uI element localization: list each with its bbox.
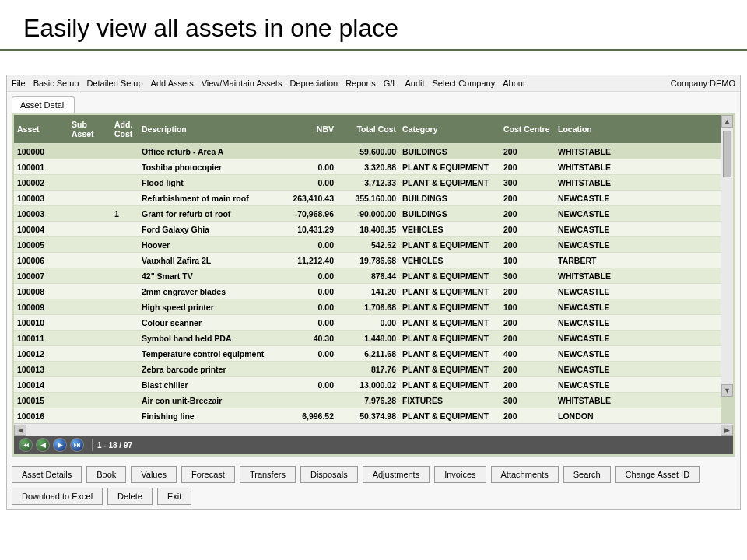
menu-file[interactable]: File xyxy=(12,79,26,88)
cell-cc: 200 xyxy=(500,315,555,331)
cell-sub xyxy=(68,331,111,346)
table-row[interactable]: 100003Refurbishment of main roof263,410.… xyxy=(14,191,721,206)
table-row[interactable]: 100005Hoover0.00542.52PLANT & EQUIPMENT2… xyxy=(14,237,721,253)
menu-g-l[interactable]: G/L xyxy=(384,79,398,88)
cell-sub xyxy=(68,346,111,362)
menu-add-assets[interactable]: Add Assets xyxy=(151,79,194,88)
cell-asset: 100012 xyxy=(14,346,68,362)
col-location[interactable]: Location xyxy=(555,115,721,144)
cell-nbv: -70,968.96 xyxy=(279,206,337,222)
col-cost-centre[interactable]: Cost Centre xyxy=(500,115,555,144)
vertical-scrollbar[interactable]: ▲ ▼ xyxy=(721,115,733,397)
menu-audit[interactable]: Audit xyxy=(405,79,424,88)
attachments-button[interactable]: Attachments xyxy=(491,466,559,483)
slide-title: Easily view all assets in one place xyxy=(0,0,747,51)
scroll-up-icon[interactable]: ▲ xyxy=(721,115,733,128)
menu-depreciation[interactable]: Depreciation xyxy=(289,79,338,88)
col-add-cost[interactable]: Add. Cost xyxy=(111,115,139,144)
cell-total: 18,408.35 xyxy=(337,222,399,237)
cell-add xyxy=(111,315,139,331)
cell-loc: NEWCASTLE xyxy=(555,299,721,315)
pager-last-button[interactable]: ⏭ xyxy=(70,438,84,452)
cell-cat: PLANT & EQUIPMENT xyxy=(399,377,500,393)
col-sub-asset[interactable]: Sub Asset xyxy=(68,115,111,144)
cell-add xyxy=(111,393,139,408)
scroll-down-icon[interactable]: ▼ xyxy=(721,384,733,397)
cell-sub xyxy=(68,377,111,393)
table-row[interactable]: 100009High speed printer0.001,706.68PLAN… xyxy=(14,299,721,315)
menu-detailed-setup[interactable]: Detailed Setup xyxy=(86,79,142,88)
cell-asset: 100010 xyxy=(14,315,68,331)
cell-add xyxy=(111,222,139,237)
asset-details-button[interactable]: Asset Details xyxy=(12,466,82,483)
horizontal-scrollbar[interactable]: ◀ ▶ xyxy=(14,423,733,436)
cell-sub xyxy=(68,175,111,191)
cell-add xyxy=(111,362,139,377)
table-row[interactable]: 100001Toshiba photocopier0.003,320.88PLA… xyxy=(14,159,721,175)
exit-button[interactable]: Exit xyxy=(157,488,191,505)
cell-asset: 100005 xyxy=(14,237,68,253)
disposals-button[interactable]: Disposals xyxy=(300,466,358,483)
table-row[interactable]: 100004Ford Galaxy Ghia10,431.2918,408.35… xyxy=(14,222,721,237)
cell-loc: WHITSTABLE xyxy=(555,268,721,284)
table-row[interactable]: 100015Air con unit-Breezair7,976.28FIXTU… xyxy=(14,393,721,408)
cell-desc: Symbol hand held PDA xyxy=(139,331,279,346)
cell-cc: 300 xyxy=(500,393,555,408)
menu-about[interactable]: About xyxy=(503,79,525,88)
download-to-excel-button[interactable]: Download to Excel xyxy=(12,488,103,505)
menu-select-company[interactable]: Select Company xyxy=(433,79,496,88)
cell-add xyxy=(111,346,139,362)
col-nbv[interactable]: NBV xyxy=(279,115,337,144)
adjustments-button[interactable]: Adjustments xyxy=(363,466,430,483)
asset-grid: AssetSub AssetAdd. CostDescriptionNBVTot… xyxy=(12,113,735,457)
values-button[interactable]: Values xyxy=(131,466,177,483)
cell-asset: 100007 xyxy=(14,268,68,284)
scroll-left-icon[interactable]: ◀ xyxy=(14,425,26,436)
pager-prev-button[interactable]: ◀ xyxy=(36,438,50,452)
pager-first-button[interactable]: ⏮ xyxy=(19,438,33,452)
table-row[interactable]: 10000742" Smart TV0.00876.44PLANT & EQUI… xyxy=(14,268,721,284)
menu-basic-setup[interactable]: Basic Setup xyxy=(33,79,79,88)
tab-asset-detail[interactable]: Asset Detail xyxy=(12,96,75,113)
change-asset-id-button[interactable]: Change Asset ID xyxy=(615,466,700,483)
cell-add xyxy=(111,144,139,159)
cell-add xyxy=(111,237,139,253)
cell-total: 542.52 xyxy=(337,237,399,253)
invoices-button[interactable]: Invoices xyxy=(434,466,486,483)
table-row[interactable]: 100006Vauxhall Zafira 2L11,212.4019,786.… xyxy=(14,253,721,268)
cell-desc: 2mm engraver blades xyxy=(139,284,279,299)
forecast-button[interactable]: Forecast xyxy=(181,466,235,483)
col-category[interactable]: Category xyxy=(399,115,500,144)
col-total-cost[interactable]: Total Cost xyxy=(337,115,399,144)
table-row[interactable]: 100012Temperature control equipment0.006… xyxy=(14,346,721,362)
book-button[interactable]: Book xyxy=(86,466,126,483)
pager-next-button[interactable]: ▶ xyxy=(53,438,67,452)
table-row[interactable]: 100010Colour scanner0.000.00PLANT & EQUI… xyxy=(14,315,721,331)
cell-nbv: 263,410.43 xyxy=(279,191,337,206)
col-description[interactable]: Description xyxy=(139,115,279,144)
delete-button[interactable]: Delete xyxy=(107,488,153,505)
cell-cc: 200 xyxy=(500,222,555,237)
table-row[interactable]: 1000082mm engraver blades0.00141.20PLANT… xyxy=(14,284,721,299)
table-row[interactable]: 100000Office refurb - Area A59,600.00BUI… xyxy=(14,144,721,159)
scroll-right-icon[interactable]: ▶ xyxy=(721,425,733,436)
scroll-thumb[interactable] xyxy=(723,131,731,177)
menu-view-maintain-assets[interactable]: View/Maintain Assets xyxy=(202,79,282,88)
search-button[interactable]: Search xyxy=(563,466,611,483)
cell-loc: WHITSTABLE xyxy=(555,175,721,191)
table-row[interactable]: 100014Blast chiller0.0013,000.02PLANT & … xyxy=(14,377,721,393)
cell-loc: NEWCASTLE xyxy=(555,284,721,299)
table-row[interactable]: 1000031Grant for refurb of roof-70,968.9… xyxy=(14,206,721,222)
cell-loc: NEWCASTLE xyxy=(555,206,721,222)
menu-reports[interactable]: Reports xyxy=(345,79,376,88)
table-row[interactable]: 100002Flood light0.003,712.33PLANT & EQU… xyxy=(14,175,721,191)
table-row[interactable]: 100016Finishing line6,996.5250,374.98PLA… xyxy=(14,408,721,424)
button-row-1: Asset DetailsBookValuesForecastTransfers… xyxy=(7,461,740,488)
table-row[interactable]: 100011Symbol hand held PDA40.301,448.00P… xyxy=(14,331,721,346)
cell-nbv: 40.30 xyxy=(279,331,337,346)
table-row[interactable]: 100013Zebra barcode printer817.76PLANT &… xyxy=(14,362,721,377)
transfers-button[interactable]: Transfers xyxy=(240,466,296,483)
cell-sub xyxy=(68,284,111,299)
cell-sub xyxy=(68,268,111,284)
col-asset[interactable]: Asset xyxy=(14,115,68,144)
